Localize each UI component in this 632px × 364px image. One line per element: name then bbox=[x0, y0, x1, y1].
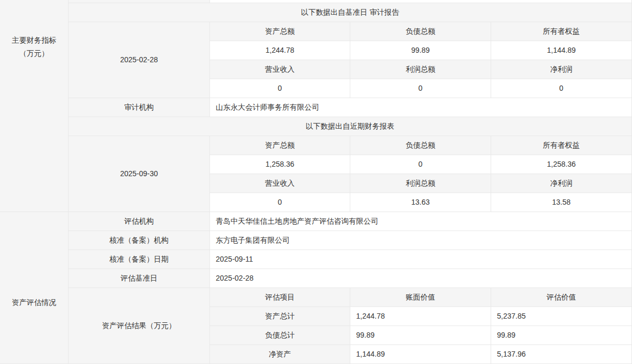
result-appraised-total-assets: 5,237.85 bbox=[491, 307, 632, 326]
section-label-financial-line2: （万元） bbox=[20, 49, 49, 59]
banner-recent-statements: 以下数据出自近期财务报表 bbox=[69, 117, 632, 136]
result-header-item: 评估项目 bbox=[210, 288, 350, 307]
audit-header-total-profit: 利润总额 bbox=[350, 60, 491, 79]
appraisal-result-label: 资产评估结果（万元） bbox=[69, 288, 210, 364]
result-item-total-assets: 资产总计 bbox=[210, 307, 350, 326]
recent-value-total-profit: 13.63 bbox=[350, 193, 491, 212]
result-book-total-assets: 1,244.78 bbox=[350, 307, 491, 326]
audit-value-net-profit: 0 bbox=[491, 79, 632, 98]
appraisal-base-date-value: 2025-02-28 bbox=[210, 269, 632, 288]
audit-header-total-assets: 资产总额 bbox=[210, 22, 350, 41]
section-label-asset-appraisal: 资产评估情况 bbox=[0, 212, 69, 364]
audit-header-total-liabilities: 负债总额 bbox=[350, 22, 491, 41]
audit-header-owners-equity: 所有者权益 bbox=[491, 22, 632, 41]
result-header-appraised-value: 评估价值 bbox=[491, 288, 632, 307]
result-item-total-liabilities: 负债总计 bbox=[210, 326, 350, 345]
result-appraised-total-liabilities: 99.89 bbox=[491, 326, 632, 345]
audit-org-label: 审计机构 bbox=[69, 98, 210, 117]
recent-header-net-profit: 净利润 bbox=[491, 174, 632, 193]
appraisal-base-date-label: 评估基准日 bbox=[69, 269, 210, 288]
audit-value-owners-equity: 1,144.89 bbox=[491, 41, 632, 60]
recent-header-total-profit: 利润总额 bbox=[350, 174, 491, 193]
section-label-financial-indicators: 主要财务指标 （万元） bbox=[0, 0, 69, 212]
recent-value-operating-revenue: 0 bbox=[210, 193, 350, 212]
approval-org-value: 东方电子集团有限公司 bbox=[210, 231, 632, 250]
result-book-total-liabilities: 99.89 bbox=[350, 326, 491, 345]
result-header-book-value: 账面价值 bbox=[350, 288, 491, 307]
appraisal-org-value: 青岛中天华佳信土地房地产资产评估咨询有限公司 bbox=[210, 212, 632, 231]
audit-value-total-liabilities: 99.89 bbox=[350, 41, 491, 60]
result-book-net-assets: 1,144.89 bbox=[350, 345, 491, 364]
result-item-net-assets: 净资产 bbox=[210, 345, 350, 364]
recent-value-owners-equity: 1,258.36 bbox=[491, 155, 632, 174]
recent-header-owners-equity: 所有者权益 bbox=[491, 136, 632, 155]
audit-header-net-profit: 净利润 bbox=[491, 60, 632, 79]
result-appraised-net-assets: 5,137.96 bbox=[491, 345, 632, 364]
audit-base-date-cell: 2025-02-28 bbox=[69, 22, 210, 98]
recent-value-net-profit: 13.58 bbox=[491, 193, 632, 212]
section-label-appraisal-text: 资产评估情况 bbox=[12, 298, 56, 308]
appraisal-org-label: 评估机构 bbox=[69, 212, 210, 231]
financial-detail-table: 主要财务指标 （万元） 资产评估情况 以下数据出自基准日 审计报告 2025-0… bbox=[0, 0, 632, 364]
recent-header-total-assets: 资产总额 bbox=[210, 136, 350, 155]
audit-header-operating-revenue: 营业收入 bbox=[210, 60, 350, 79]
recent-header-operating-revenue: 营业收入 bbox=[210, 174, 350, 193]
recent-value-total-assets: 1,258.36 bbox=[210, 155, 350, 174]
approval-org-label: 核准（备案）机构 bbox=[69, 231, 210, 250]
audit-value-total-profit: 0 bbox=[350, 79, 491, 98]
banner-audit-report: 以下数据出自基准日 审计报告 bbox=[69, 3, 632, 22]
section-label-financial-line1: 主要财务指标 bbox=[12, 36, 56, 45]
approval-date-label: 核准（备案）日期 bbox=[69, 250, 210, 269]
approval-date-value: 2025-09-11 bbox=[210, 250, 632, 269]
audit-value-total-assets: 1,244.78 bbox=[210, 41, 350, 60]
audit-value-operating-revenue: 0 bbox=[210, 79, 350, 98]
recent-value-total-liabilities: 0 bbox=[350, 155, 491, 174]
recent-header-total-liabilities: 负债总额 bbox=[350, 136, 491, 155]
recent-date-cell: 2025-09-30 bbox=[69, 136, 210, 212]
audit-org-value: 山东永大会计师事务所有限公司 bbox=[210, 98, 632, 117]
